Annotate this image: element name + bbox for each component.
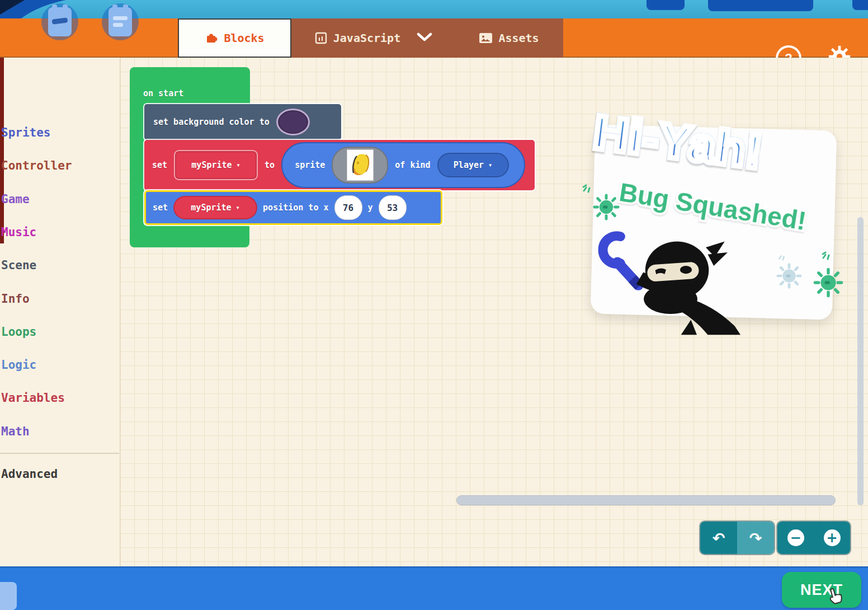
zoom-group: − + (777, 522, 850, 554)
block-set-position-highlighted[interactable]: set mySprite ▾ position to x 76 y 53 (144, 190, 442, 225)
bug-splat-faded-icon (775, 262, 803, 290)
sidebar-item-label: Info (1, 292, 30, 306)
clipboard-list-icon (108, 7, 132, 36)
sidebar-item-scene[interactable]: Scene (1, 257, 113, 274)
sidebar-item-label: Sprites (1, 126, 51, 139)
sparkle-icon (582, 182, 595, 196)
dropdown-arrow-icon: ▾ (237, 161, 240, 169)
undo-button[interactable]: ↶ (700, 522, 737, 554)
tutorial-step-button[interactable] (41, 3, 78, 40)
undo-redo-group: ↶ ↷ (700, 522, 774, 554)
block-set-background-color[interactable]: set background color to (144, 104, 341, 140)
x-value-field[interactable]: 76 (334, 195, 362, 220)
sidebar-item-logic[interactable]: Logic (1, 356, 113, 373)
sprite-image-field[interactable] (332, 147, 388, 184)
undo-icon: ↶ (713, 529, 725, 547)
sidebar-divider (0, 453, 119, 454)
tutorial-bottom-bar (0, 566, 868, 610)
block-label: of kind (395, 160, 430, 170)
sidebar-item-label: Music (1, 226, 36, 239)
vertical-scrollbar[interactable] (857, 217, 864, 505)
redo-button[interactable]: ↷ (737, 522, 774, 554)
sidebar-item-label: Game (1, 193, 30, 206)
zoom-in-button[interactable]: + (814, 522, 850, 554)
sidebar-item-label: Scene (1, 259, 36, 272)
sidebar-item-label: Math (1, 425, 30, 438)
next-button[interactable]: NEXT (782, 572, 861, 608)
sidebar-item-math[interactable]: Math (1, 423, 113, 440)
window-chrome-fragment (647, 0, 685, 10)
tutorial-step-button[interactable] (102, 3, 139, 40)
zoom-out-button[interactable]: − (777, 522, 814, 554)
sidebar-item-controller[interactable]: Controller (1, 157, 113, 174)
sidebar-item-info[interactable]: Info (1, 290, 113, 307)
tab-blocks-label: Blocks (224, 31, 264, 45)
dropdown-arrow-icon: ▾ (488, 161, 492, 169)
block-label: y (368, 203, 373, 213)
sidebar-item-game[interactable]: Game (1, 191, 113, 208)
block-label: position to x (263, 203, 328, 213)
chevron-down-icon[interactable] (416, 32, 435, 45)
block-label: set (153, 203, 168, 213)
puzzle-icon (205, 31, 218, 45)
kind-dropdown[interactable]: Player ▾ (437, 153, 509, 177)
block-on-start-foot[interactable] (130, 225, 249, 247)
tab-assets-label: Assets (498, 31, 539, 45)
block-sprite-of-kind[interactable]: sprite of kind Player ▾ (281, 142, 525, 188)
sidebar-item-variables[interactable]: Variables (1, 390, 113, 406)
sidebar-item-advanced[interactable]: Advanced (1, 466, 113, 482)
hand-pointer-icon (825, 586, 845, 606)
image-icon (479, 32, 493, 44)
color-swatch[interactable] (276, 109, 310, 135)
sidebar-item-loops[interactable]: Loops (1, 323, 113, 340)
sidebar-item-label: Advanced (1, 467, 58, 481)
sparkle-icon (821, 250, 834, 263)
ninja-illustration (585, 222, 756, 336)
block-label: on start (143, 88, 183, 98)
variable-dropdown[interactable]: mySprite ▾ (173, 196, 257, 219)
window-chrome-fragment (852, 0, 868, 10)
window-chrome-fragment (708, 0, 813, 11)
variable-name: mySprite (191, 160, 232, 170)
sprite-thumbnail (347, 149, 374, 181)
bug-splat-icon (592, 193, 621, 222)
block-set-sprite[interactable]: set mySprite ▾ to sprite of kind (144, 140, 535, 190)
sidebar-item-music[interactable]: Music (1, 224, 113, 241)
zoom-in-icon: + (824, 529, 841, 546)
code-file-icon (314, 31, 328, 45)
x-value: 76 (343, 203, 353, 213)
tab-assets[interactable]: Assets (464, 18, 554, 58)
tab-javascript-label: JavaScript (333, 31, 400, 45)
variable-dropdown[interactable]: mySprite ▾ (174, 150, 258, 180)
left-edge-strip (0, 58, 4, 243)
zoom-out-icon: − (787, 529, 804, 546)
tutorial-step-icon-partial[interactable] (0, 582, 17, 610)
y-value-field[interactable]: 53 (379, 195, 407, 220)
sidebar-item-label: Loops (1, 325, 36, 339)
redo-icon: ↷ (749, 529, 762, 547)
horizontal-scrollbar[interactable] (456, 495, 836, 505)
makecode-arcade-editor: Blocks JavaScript Assets ? (0, 0, 868, 610)
duck-sprite-icon (349, 152, 371, 179)
bug-splat-icon (812, 266, 845, 299)
sidebar-item-label: Logic (1, 358, 36, 372)
variable-name: mySprite (191, 203, 231, 213)
block-label: to (265, 160, 275, 170)
block-on-start-spine[interactable] (130, 102, 144, 228)
y-value: 53 (387, 203, 398, 213)
sidebar-item-label: Controller (1, 159, 72, 172)
sidebar-item-label: Variables (1, 391, 65, 405)
block-label: set background color to (153, 117, 270, 127)
kind-value: Player (454, 160, 484, 170)
clipboard-icon (48, 7, 72, 36)
tab-blocks[interactable]: Blocks (178, 18, 291, 58)
tab-javascript[interactable]: JavaScript (299, 18, 416, 58)
block-label: set (152, 160, 167, 170)
toolbox-sidebar: Sprites Controller Game Music Scene Info… (0, 58, 120, 566)
sparkle-faded-icon (777, 252, 789, 263)
block-label: sprite (295, 160, 325, 170)
dropdown-arrow-icon: ▾ (236, 204, 240, 212)
block-on-start[interactable]: on start (130, 67, 250, 105)
sidebar-item-sprites[interactable]: Sprites (1, 124, 113, 141)
